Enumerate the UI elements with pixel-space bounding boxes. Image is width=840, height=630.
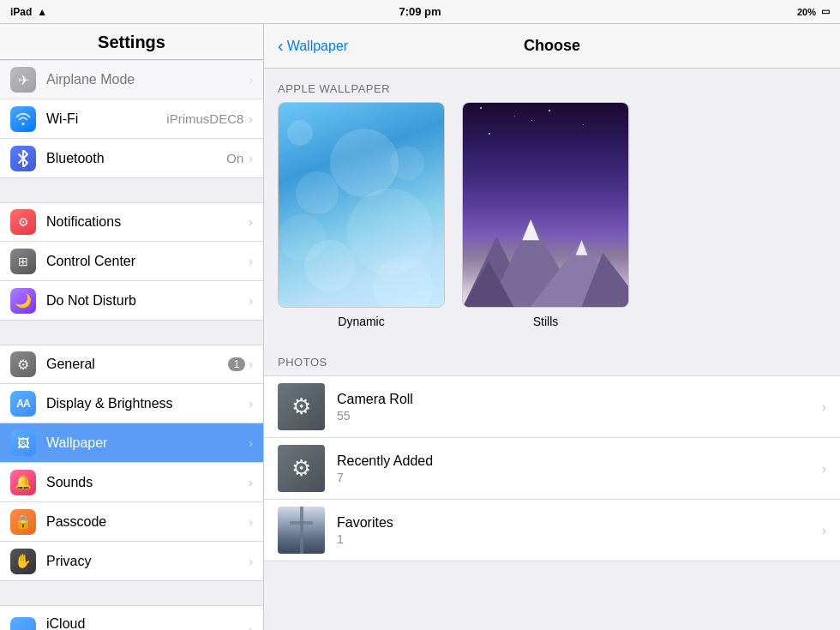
- chevron-icon: ›: [822, 399, 826, 415]
- sidebar-item-label-sounds: Sounds: [46, 475, 249, 490]
- sidebar-section-connectivity: ✈ Airplane Mode › Wi-Fi iPrimusDEC8 ›: [0, 60, 263, 178]
- sidebar-item-donotdisturb[interactable]: 🌙 Do Not Disturb ›: [0, 281, 263, 321]
- settings-gear-icon: ⚙: [291, 393, 311, 420]
- dynamic-thumb: [278, 102, 445, 308]
- photos-list: ⚙ Camera Roll 55 › ⚙ Recently Added: [264, 375, 840, 561]
- sounds-icon: 🔔: [10, 470, 36, 495]
- sidebar-item-label-donotdisturb: Do Not Disturb: [46, 293, 249, 309]
- stills-preview: [463, 103, 628, 307]
- sidebar-item-label-bluetooth: Bluetooth: [46, 151, 226, 166]
- bluetooth-icon: [10, 146, 36, 171]
- right-panel: ‹ Wallpaper Choose APPLE WALLPAPER: [264, 24, 840, 630]
- device-label: iPad: [10, 6, 32, 18]
- sidebar-item-privacy[interactable]: ✋ Privacy ›: [0, 542, 263, 581]
- apple-wallpaper-section-header: APPLE WALLPAPER: [264, 69, 840, 102]
- camera-roll-preview: ⚙: [278, 383, 325, 430]
- general-badge: 1: [228, 357, 246, 371]
- chevron-icon: ›: [249, 112, 253, 126]
- notifications-icon: ⚙: [10, 209, 36, 235]
- sidebar-item-label-general: General: [46, 357, 228, 372]
- display-icon: AA: [10, 391, 36, 417]
- camera-roll-thumb: ⚙: [278, 383, 325, 430]
- sidebar-item-notifications[interactable]: ⚙ Notifications ›: [0, 202, 263, 242]
- status-right: 20% ▭: [797, 6, 830, 17]
- stills-label: Stills: [533, 315, 559, 328]
- wifi-icon: [10, 106, 36, 132]
- sidebar-item-general[interactable]: ⚙ General 1 ›: [0, 345, 263, 384]
- photos-section-header: PHOTOS: [264, 342, 840, 375]
- right-header: ‹ Wallpaper Choose: [264, 24, 840, 69]
- chevron-icon: ›: [822, 523, 826, 538]
- sidebar-item-label-privacy: Privacy: [46, 554, 249, 569]
- sidebar-item-icloud[interactable]: ☁ iCloud louisevj67@hotmail.com ›: [0, 605, 263, 630]
- back-label: Wallpaper: [287, 39, 348, 54]
- sidebar-item-label-passcode: Passcode: [46, 514, 249, 530]
- dynamic-preview: [279, 103, 444, 307]
- photo-album-camera-roll[interactable]: ⚙ Camera Roll 55 ›: [264, 376, 840, 438]
- chevron-icon: ›: [249, 73, 253, 87]
- donotdisturb-icon: 🌙: [10, 288, 36, 314]
- sidebar-section-system: ⚙ Notifications › ⊞ Control Center › 🌙 D…: [0, 202, 263, 321]
- sidebar-gap-2: [0, 321, 263, 345]
- dynamic-label: Dynamic: [338, 315, 384, 328]
- sidebar-gap-1: [0, 178, 263, 202]
- sidebar-item-label-icloud: iCloud: [46, 616, 249, 630]
- sidebar-item-label-controlcenter: Control Center: [46, 254, 249, 269]
- sidebar-item-controlcenter[interactable]: ⊞ Control Center ›: [0, 242, 263, 281]
- wallpaper-item-stills[interactable]: Stills: [462, 102, 629, 328]
- favorites-name: Favorites: [337, 515, 822, 531]
- camera-roll-name: Camera Roll: [337, 392, 822, 407]
- chevron-icon: ›: [249, 215, 253, 229]
- recently-added-info: Recently Added 7: [337, 453, 822, 484]
- chevron-icon: ›: [249, 476, 253, 489]
- sidebar-item-bluetooth[interactable]: Bluetooth On ›: [0, 139, 263, 178]
- chevron-icon: ›: [249, 623, 253, 630]
- sidebar-item-passcode[interactable]: 🔒 Passcode ›: [0, 502, 263, 542]
- icloud-icon: ☁: [10, 617, 36, 630]
- wifi-indicator: ▲: [37, 6, 47, 18]
- sidebar-item-label-airplane: Airplane Mode: [46, 72, 249, 87]
- sidebar-item-display[interactable]: AA Display & Brightness ›: [0, 384, 263, 423]
- recently-added-preview: ⚙: [278, 445, 325, 492]
- favorites-info: Favorites 1: [337, 515, 822, 546]
- favorites-thumb: [278, 507, 325, 554]
- status-time: 7:09 pm: [399, 5, 441, 18]
- chevron-icon: ›: [249, 436, 253, 450]
- sidebar-item-sounds[interactable]: 🔔 Sounds ›: [0, 463, 263, 502]
- chevron-icon: ›: [249, 255, 253, 268]
- camera-roll-count: 55: [337, 409, 822, 423]
- main-layout: Settings ✈ Airplane Mode › Wi-Fi iPrimus…: [0, 24, 840, 630]
- recently-added-thumb: ⚙: [278, 445, 325, 492]
- recently-added-count: 7: [337, 471, 822, 484]
- photo-album-recently-added[interactable]: ⚙ Recently Added 7 ›: [264, 438, 840, 500]
- battery-icon: ▭: [821, 6, 830, 17]
- sidebar-item-label-wifi: Wi-Fi: [46, 111, 166, 127]
- sidebar-header: Settings: [0, 24, 263, 60]
- recently-added-name: Recently Added: [337, 453, 822, 469]
- chevron-icon: ›: [249, 357, 253, 371]
- wallpaper-thumbnails: Dynamic: [264, 102, 840, 342]
- sidebar-item-wallpaper[interactable]: 🖼 Wallpaper ›: [0, 423, 263, 463]
- favorites-preview: [278, 507, 325, 554]
- sidebar-item-airplane[interactable]: ✈ Airplane Mode ›: [0, 60, 263, 99]
- sidebar: Settings ✈ Airplane Mode › Wi-Fi iPrimus…: [0, 24, 264, 630]
- sidebar-item-wifi[interactable]: Wi-Fi iPrimusDEC8 ›: [0, 99, 263, 139]
- back-button[interactable]: ‹ Wallpaper: [278, 36, 348, 56]
- back-chevron-icon: ‹: [278, 36, 284, 56]
- general-icon: ⚙: [10, 351, 36, 377]
- controlcenter-icon: ⊞: [10, 249, 36, 274]
- status-left: iPad ▲: [10, 6, 47, 18]
- sidebar-item-label-wallpaper: Wallpaper: [46, 435, 249, 451]
- photo-album-favorites[interactable]: Favorites 1 ›: [264, 500, 840, 561]
- wallpaper-item-dynamic[interactable]: Dynamic: [278, 102, 445, 328]
- right-panel-title: Choose: [524, 37, 580, 55]
- privacy-icon: ✋: [10, 549, 36, 574]
- chevron-icon: ›: [822, 461, 826, 477]
- passcode-icon: 🔒: [10, 509, 36, 535]
- settings-gear-icon-2: ⚙: [291, 455, 311, 482]
- chevron-icon: ›: [249, 515, 253, 529]
- stills-thumb: [462, 102, 629, 308]
- sidebar-gap-3: [0, 581, 263, 605]
- favorites-count: 1: [337, 532, 822, 546]
- battery-label: 20%: [797, 7, 816, 17]
